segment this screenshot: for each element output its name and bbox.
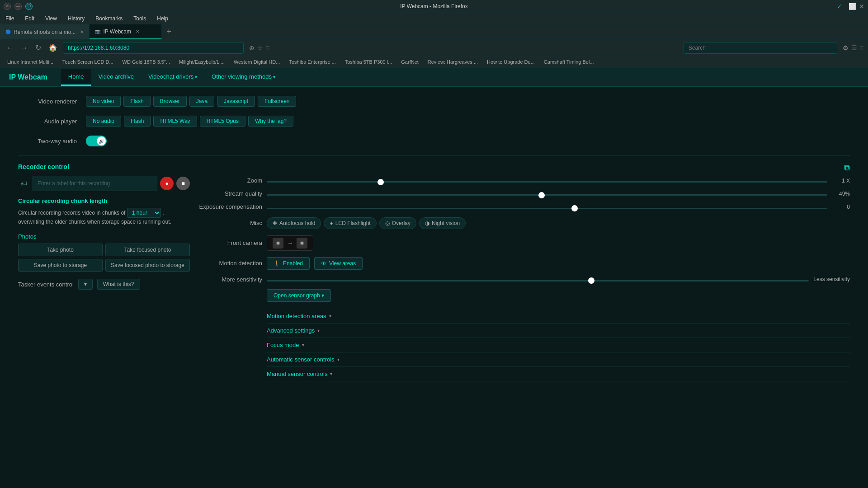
external-link-button[interactable]: ⧉ — [844, 163, 850, 172]
stream-quality-slider[interactable] — [267, 194, 827, 196]
sensitivity-slider[interactable] — [267, 280, 809, 282]
tasker-row: Tasker events control ▾ What is this? — [18, 279, 190, 290]
chunk-title: Circular recording chunk length — [18, 197, 190, 204]
chunk-length-select[interactable]: 1 hour 15 min 30 min 2 hours 4 hours — [127, 208, 161, 218]
motion-walk-icon: 🚶 — [274, 260, 280, 267]
automatic-sensor-controls-item[interactable]: Automatic sensor controls — [267, 352, 850, 367]
manual-sensor-controls-item[interactable]: Manual sensor controls — [267, 367, 850, 381]
view-areas-label: View areas — [329, 260, 356, 267]
motion-enabled-label: Enabled — [283, 260, 303, 267]
menu-help[interactable]: Help — [155, 14, 170, 23]
video-renderer-flash[interactable]: Flash — [123, 96, 150, 107]
maximize-window-button[interactable]: ☐ — [25, 3, 33, 10]
speaker-icon: 🔊 — [99, 139, 104, 144]
sync-icon[interactable]: ⊕ — [249, 44, 255, 52]
back-button[interactable]: ← — [5, 43, 15, 53]
audio-flash[interactable]: Flash — [124, 116, 151, 127]
motion-detection-areas-item[interactable]: Motion detection areas — [267, 309, 850, 324]
star-icon[interactable]: ☆ — [257, 44, 263, 52]
video-renderer-java[interactable]: Java — [189, 96, 214, 107]
tab-remote-shoots[interactable]: 🔵 Remote shoots on a mo... ✕ — [0, 24, 90, 39]
tab-close-2[interactable]: ✕ — [136, 29, 139, 34]
what-is-this-button[interactable]: What is this? — [97, 279, 140, 290]
start-recording-button[interactable]: ● — [160, 177, 174, 190]
bookmark-6[interactable]: Toshiba Enterprise ... — [285, 58, 339, 66]
bookmark-4[interactable]: Milight/Easybulb/Li... — [175, 58, 228, 66]
recorder-title: Recorder control — [18, 163, 190, 170]
close-firefox-icon[interactable]: ✕ — [859, 3, 864, 10]
bookmark-9[interactable]: Review: Hargreaves ... — [424, 58, 481, 66]
led-flashlight-button[interactable]: ● LED Flashlight — [324, 217, 376, 229]
stop-recording-button[interactable]: ■ — [176, 177, 190, 190]
bookmark-1[interactable]: Linux Intranet Multi... — [4, 58, 57, 66]
focus-mode-item[interactable]: Focus mode — [267, 338, 850, 352]
front-camera-toggle[interactable]: ■ → ■ — [267, 235, 313, 251]
overlay-button[interactable]: ◎ Overlay — [379, 217, 416, 229]
camera-switch-left[interactable]: ■ — [273, 238, 283, 249]
sidebar-icon[interactable]: ☰ — [851, 44, 857, 52]
search-input[interactable] — [684, 42, 837, 54]
menu-bookmarks[interactable]: Bookmarks — [94, 14, 124, 23]
open-sensor-graph-button[interactable]: Open sensor graph ▾ — [267, 289, 331, 302]
video-renderer-no-video[interactable]: No video — [86, 96, 121, 107]
tasker-dropdown-button[interactable]: ▾ — [78, 279, 93, 290]
camera-switch-right[interactable]: ■ — [297, 238, 307, 249]
exposure-compensation-row: Exposure compensation 0 — [199, 203, 850, 211]
video-renderer-browser[interactable]: Browser — [153, 96, 187, 107]
close-window-button[interactable]: ✕ — [4, 3, 11, 10]
menu-edit[interactable]: Edit — [23, 14, 36, 23]
audio-no-audio[interactable]: No audio — [86, 116, 121, 127]
audio-html5-opus[interactable]: HTML5 Opus — [200, 116, 245, 127]
menu-history[interactable]: History — [66, 14, 86, 23]
autofocus-label: Autofocus hold — [279, 220, 315, 226]
exposure-slider[interactable] — [267, 208, 827, 209]
take-focused-photo-button[interactable]: Take focused photo — [105, 244, 190, 256]
bookmark-3[interactable]: WD Gold 18TB 3.5"... — [119, 58, 174, 66]
zoom-slider[interactable] — [267, 181, 827, 183]
save-photo-button[interactable]: Save photo to storage — [18, 259, 103, 272]
recording-label-input[interactable] — [33, 176, 157, 191]
bookmark-2[interactable]: Touch Screen LCD D... — [59, 58, 117, 66]
title-bar-right: ✓ ⬜ ✕ — [837, 3, 864, 10]
menu-file[interactable]: File — [4, 14, 16, 23]
extensions-icon[interactable]: ⚙ — [843, 44, 849, 52]
nav-link-home[interactable]: Home — [61, 69, 91, 86]
new-tab-button[interactable]: + — [162, 24, 175, 39]
address-input[interactable] — [63, 42, 244, 54]
bookmark-7[interactable]: Toshiba 5TB P300 l... — [341, 58, 396, 66]
hamburger-menu-icon[interactable]: ≡ — [860, 44, 863, 52]
reader-icon[interactable]: ≡ — [266, 44, 269, 52]
tab-close-1[interactable]: ✕ — [80, 29, 84, 34]
video-renderer-javascript[interactable]: Javascript — [217, 96, 255, 107]
minimize-window-button[interactable]: — — [14, 3, 22, 10]
reload-button[interactable]: ↻ — [33, 42, 43, 53]
night-vision-button[interactable]: ◑ Night vision — [419, 217, 466, 229]
motion-enabled-button[interactable]: 🚶 Enabled — [267, 257, 310, 270]
nav-link-videochat-drivers[interactable]: Videochat drivers — [141, 69, 204, 86]
restore-icon[interactable]: ⬜ — [849, 3, 856, 10]
bookmark-5[interactable]: Western Digital HD... — [230, 58, 284, 66]
toolbar-icons: ⚙ ☰ ≡ — [843, 44, 863, 52]
menu-tools[interactable]: Tools — [132, 14, 148, 23]
audio-html5-wav[interactable]: HTML5 Wav — [153, 116, 197, 127]
autofocus-hold-button[interactable]: ✚ Autofocus hold — [267, 217, 321, 229]
menu-view[interactable]: View — [43, 14, 59, 23]
bookmark-8[interactable]: GarfNet — [397, 58, 422, 66]
video-renderer-fullscreen[interactable]: Fullscreen — [258, 96, 296, 107]
forward-button[interactable]: → — [19, 43, 30, 53]
advanced-settings-item[interactable]: Advanced settings — [267, 324, 850, 338]
audio-why-lag[interactable]: Why the lag? — [248, 116, 293, 127]
take-photo-button[interactable]: Take photo — [18, 244, 103, 256]
save-focused-photo-button[interactable]: Save focused photo to storage — [105, 259, 190, 272]
nav-link-video-archive[interactable]: Video archive — [91, 69, 141, 86]
view-areas-button[interactable]: 👁 View areas — [314, 257, 363, 270]
two-way-audio-toggle[interactable]: 🔊 — [86, 136, 107, 146]
home-button[interactable]: 🏠 — [47, 42, 59, 53]
bookmark-10[interactable]: How to Upgrade De... — [483, 58, 538, 66]
bookmark-11[interactable]: Camshaft Timing Bel... — [540, 58, 598, 66]
zoom-value: 1 X — [832, 178, 850, 184]
overlay-label: Overlay — [392, 220, 410, 226]
tab-label-1: Remote shoots on a mo... — [14, 29, 75, 35]
tab-ip-webcam[interactable]: 📷 IP Webcam ✕ — [90, 24, 162, 39]
nav-link-other-viewing[interactable]: Other viewing methods — [204, 69, 283, 86]
